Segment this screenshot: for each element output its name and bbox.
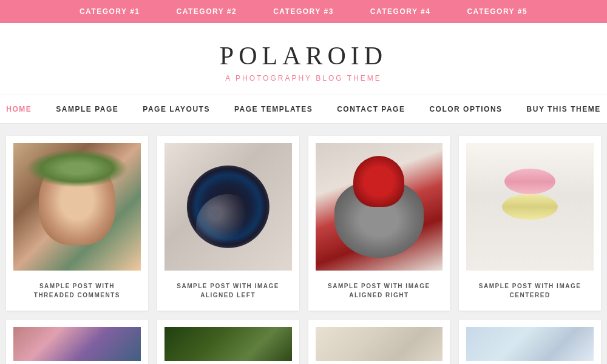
category-3-link[interactable]: CATEGORY #3 (273, 7, 334, 16)
post-image-macarons (466, 143, 594, 271)
post-card-5[interactable] (6, 320, 148, 364)
site-header: POLAROID A PHOTOGRAPHY BLOG THEME (0, 23, 607, 95)
posts-grid: SAMPLE POST WITHTHREADED COMMENTS SAMPLE… (6, 136, 601, 311)
nav-sample-page[interactable]: SAMPLE PAGE (56, 105, 118, 113)
post-title-4: SAMPLE POST WITH IMAGECENTERED (466, 279, 594, 303)
nav-buy-theme[interactable]: BUY THIS THEME (527, 105, 601, 113)
posts-grid-bottom (6, 320, 601, 364)
post-title-1: SAMPLE POST WITHTHREADED COMMENTS (13, 279, 141, 303)
post-card-1[interactable]: SAMPLE POST WITHTHREADED COMMENTS (6, 136, 148, 311)
post-card-2[interactable]: SAMPLE POST WITH IMAGEALIGNED LEFT (157, 136, 299, 311)
content-area: SAMPLE POST WITHTHREADED COMMENTS SAMPLE… (0, 124, 607, 364)
post-image-blue (466, 327, 594, 361)
nav-page-layouts[interactable]: PAGE LAYOUTS (143, 105, 210, 113)
category-2-link[interactable]: CATEGORY #2 (177, 7, 237, 16)
nav-home[interactable]: HOME (6, 105, 32, 113)
post-card-3[interactable]: SAMPLE POST WITH IMAGEALIGNED RIGHT (308, 136, 450, 311)
post-image-3 (316, 143, 443, 271)
post-card-7[interactable] (308, 320, 450, 364)
post-card-4[interactable]: SAMPLE POST WITH IMAGECENTERED (459, 136, 601, 311)
post-image-green (164, 327, 292, 361)
post-card-6[interactable] (157, 320, 299, 364)
nav-color-options[interactable]: COLOR OPTIONS (429, 105, 502, 113)
post-title-2: SAMPLE POST WITH IMAGEALIGNED LEFT (164, 279, 292, 303)
post-card-8[interactable] (459, 320, 601, 364)
nav-page-templates[interactable]: PAGE TEMPLATES (234, 105, 313, 113)
site-tagline: A PHOTOGRAPHY BLOG THEME (0, 74, 607, 83)
post-image-2 (164, 143, 292, 271)
post-title-3: SAMPLE POST WITH IMAGEALIGNED RIGHT (316, 279, 443, 303)
post-image-1 (13, 143, 141, 271)
category-5-link[interactable]: CATEGORY #5 (467, 7, 527, 16)
site-title: POLAROID (0, 41, 607, 70)
post-image-girl (13, 143, 141, 271)
category-bar: CATEGORY #1 CATEGORY #2 CATEGORY #3 CATE… (0, 0, 607, 23)
nav-contact-page[interactable]: CONTACT PAGE (337, 105, 405, 113)
main-nav: HOME SAMPLE PAGE PAGE LAYOUTS PAGE TEMPL… (0, 95, 607, 124)
post-image-lens (164, 143, 292, 271)
post-image-colorful (13, 327, 141, 361)
category-1-link[interactable]: CATEGORY #1 (80, 7, 140, 16)
post-image-light (316, 327, 443, 361)
post-image-4 (466, 143, 594, 271)
category-4-link[interactable]: CATEGORY #4 (370, 7, 431, 16)
post-image-cherries (316, 143, 443, 271)
